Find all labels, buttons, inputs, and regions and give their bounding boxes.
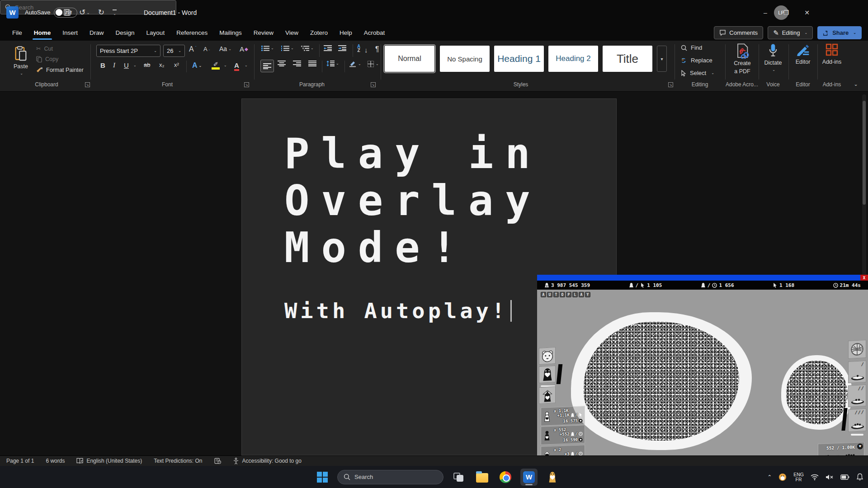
redo-button[interactable]: ↻ [98, 8, 104, 17]
tray-app-icon[interactable] [778, 473, 787, 481]
sort-button[interactable]: A Z [357, 44, 360, 52]
unit-card-clicker[interactable]: x 1,1K +1,1K / 16 575 [541, 406, 585, 426]
tab-draw[interactable]: Draw [84, 25, 110, 41]
buff-heart-penguin-button[interactable] [539, 366, 556, 383]
shading-button[interactable]: ⌄ [349, 61, 361, 67]
justify-button[interactable] [308, 61, 316, 66]
align-center-button[interactable] [278, 61, 286, 66]
tab-design[interactable]: Design [110, 25, 141, 41]
grow-font-button[interactable]: Aˆ [189, 45, 196, 53]
buff-chief-penguin-button[interactable] [539, 386, 556, 404]
island-1-button[interactable]: / [848, 361, 866, 383]
proofing-status[interactable]: English (United States) [76, 458, 142, 464]
tab-layout[interactable]: Layout [141, 25, 171, 41]
overlay-close-button[interactable]: X [860, 275, 868, 281]
style-heading2[interactable]: Heading 2 [548, 46, 598, 72]
island-3-button[interactable]: /// [848, 408, 866, 432]
clear-formatting-button[interactable]: A◆ [240, 45, 248, 53]
multilevel-list-button[interactable]: ⌄ [301, 45, 314, 51]
style-no-spacing[interactable]: No Spacing [440, 46, 490, 72]
island-2-button[interactable]: // [848, 385, 866, 407]
buff-polar-bear-button[interactable] [539, 347, 556, 365]
clipboard-launcher-icon[interactable]: ↘ [85, 82, 90, 87]
paste-button[interactable]: Paste ⌄ [10, 43, 32, 78]
tab-file[interactable]: File [6, 25, 28, 41]
accessibility-status[interactable]: Accessibility: Good to go [233, 458, 302, 465]
styles-launcher-icon[interactable]: ↘ [668, 82, 673, 87]
taskbar-search[interactable]: Search [337, 470, 443, 484]
highlight-dropdown[interactable]: ⌄ [222, 63, 227, 67]
underline-button[interactable]: U [124, 61, 129, 69]
game-taskbar-button[interactable] [544, 469, 561, 486]
create-pdf-button[interactable]: Create a PDF [729, 43, 756, 75]
volume-muted-icon[interactable] [826, 474, 834, 480]
restore-button[interactable]: ❐ [776, 0, 797, 25]
font-launcher-icon[interactable]: ↘ [244, 82, 249, 87]
battery-icon[interactable] [840, 474, 849, 480]
text-effects-button[interactable]: A⌄ [192, 61, 202, 70]
comments-button[interactable]: Comments [714, 26, 763, 39]
text-predictions[interactable]: Text Predictions: On [154, 458, 202, 464]
notification-bell-icon[interactable] [856, 473, 863, 481]
bold-button[interactable]: B [100, 61, 105, 69]
styles-more-button[interactable]: ▾ [657, 46, 667, 72]
word-count[interactable]: 6 words [46, 458, 65, 464]
editor-button[interactable]: Editor [791, 43, 815, 65]
dictate-button[interactable]: Dictate ⌄ [761, 43, 785, 72]
align-left-button[interactable] [260, 60, 274, 72]
unit-card-worker[interactable]: x 552 +552 / 16 590 [541, 425, 585, 445]
cut-button[interactable]: ✂Cut [36, 45, 53, 52]
decrease-indent-button[interactable] [324, 45, 332, 51]
italic-button[interactable]: I [113, 61, 115, 69]
editing-mode-button[interactable]: ✎ Editing ⌄ [768, 26, 813, 39]
paragraph-launcher-icon[interactable]: ↘ [371, 82, 376, 87]
page-indicator[interactable]: Page 1 of 1 [6, 458, 34, 464]
strikethrough-button[interactable]: ab [144, 61, 150, 68]
chrome-button[interactable] [497, 469, 514, 486]
underline-dropdown[interactable]: ⌄ [132, 63, 137, 67]
tab-references[interactable]: References [170, 25, 213, 41]
customize-qat-button[interactable]: ⌄ [113, 9, 117, 16]
font-name-combobox[interactable]: Press Start 2P⌄ [96, 45, 160, 57]
share-button[interactable]: Share ⌄ [817, 26, 862, 39]
font-size-combobox[interactable]: 26⌄ [163, 45, 185, 57]
line-spacing-button[interactable]: ⌄ [326, 61, 339, 66]
highlight-color-button[interactable]: ✎ [212, 61, 220, 70]
tab-help[interactable]: Help [334, 25, 358, 41]
pilcrow-button[interactable]: ¶ [375, 45, 379, 53]
replace-button[interactable]: b Replace [681, 57, 712, 64]
tray-expand-chevron[interactable]: ⌃ [767, 474, 772, 480]
overlay-title-bar[interactable] [537, 275, 868, 281]
world-map-button[interactable] [848, 340, 866, 359]
tab-mailings[interactable]: Mailings [213, 25, 248, 41]
undo-button[interactable]: ↺⌄ [79, 8, 90, 17]
task-view-button[interactable] [450, 469, 467, 486]
tab-review[interactable]: Review [248, 25, 279, 41]
style-normal[interactable]: Normal [385, 46, 434, 72]
font-color-button[interactable]: A [234, 61, 239, 71]
wifi-icon[interactable] [811, 474, 819, 480]
start-button[interactable] [314, 469, 331, 486]
tab-home[interactable]: Home [28, 25, 57, 41]
tab-insert[interactable]: Insert [57, 25, 84, 41]
align-right-button[interactable] [293, 61, 301, 66]
style-title[interactable]: Title [603, 46, 652, 72]
bullets-button[interactable]: ⌄ [261, 45, 274, 51]
shrink-font-button[interactable]: Aˇ [203, 45, 210, 53]
tab-acrobat[interactable]: Acrobat [358, 25, 391, 41]
numbering-button[interactable]: ⌄ [281, 45, 294, 51]
file-explorer-button[interactable] [473, 469, 491, 486]
minimize-button[interactable]: – [755, 0, 776, 25]
scrollbar-thumb[interactable] [863, 101, 866, 205]
save-button[interactable] [63, 9, 71, 16]
increase-indent-button[interactable] [338, 45, 346, 51]
addins-button[interactable]: Add-ins [819, 43, 844, 65]
word-taskbar-button[interactable]: W [520, 469, 538, 486]
change-case-button[interactable]: Aa⌄ [219, 45, 231, 52]
editor-status[interactable] [214, 458, 221, 464]
main-island[interactable] [571, 312, 752, 450]
font-color-dropdown[interactable]: ⌄ [243, 63, 248, 67]
secondary-island[interactable] [781, 355, 853, 430]
copy-button[interactable]: Copy [36, 56, 58, 62]
format-painter-button[interactable]: Format Painter [36, 67, 84, 73]
